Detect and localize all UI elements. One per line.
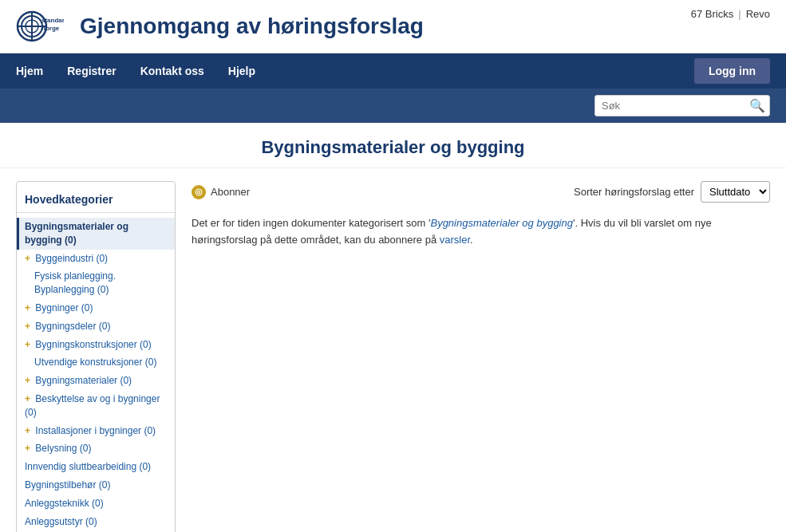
sidebar-link-utvendige[interactable]: Utvendige konstruksjoner (0) (34, 357, 156, 368)
sidebar-link-bygningskonstruksjoner[interactable]: Bygningskonstruksjoner (0) (35, 339, 151, 350)
header-separator: | (738, 8, 741, 20)
sidebar-link-bygningstilbehor[interactable]: Bygningstilbehør (0) (25, 479, 110, 491)
sidebar-item-beskyttelse[interactable]: + Beskyttelse av og i bygninger (0) (17, 390, 175, 422)
subscribe-button[interactable]: ◎ Abonner (192, 185, 250, 199)
logo-area: standard norge (16, 6, 64, 46)
sidebar-item-active[interactable]: Bygningsmaterialer og bygging (0) (17, 218, 175, 250)
sidebar-link-installasjoner[interactable]: Installasjoner i bygninger (0) (35, 425, 156, 436)
plus-icon: + (25, 253, 30, 264)
sort-label: Sorter høringsforslag etter (574, 186, 694, 198)
navbar: Hjem Registrer Kontakt oss Hjelp Logg in… (0, 53, 786, 89)
info-text-after: . (470, 234, 473, 246)
sidebar-item-innvendig[interactable]: Innvendig sluttbearbeiding (0) (17, 458, 175, 476)
nav-kontakt[interactable]: Kontakt oss (140, 55, 204, 87)
svg-text:standard: standard (41, 17, 64, 24)
search-input-wrap: 🔍 (594, 95, 770, 116)
sidebar-item-anleggsteknikk[interactable]: Anleggsteknikk (0) (17, 495, 175, 513)
search-input[interactable] (594, 95, 770, 116)
sidebar-item-installasjoner[interactable]: + Installasjoner i bygninger (0) (17, 422, 175, 440)
subscribe-icon: ◎ (192, 185, 206, 199)
nav-hjelp[interactable]: Hjelp (228, 55, 255, 87)
content-area: ◎ Abonner Sorter høringsforslag etter Sl… (192, 181, 770, 532)
page-title-bar: Bygningsmaterialer og bygging (0, 123, 786, 168)
plus-icon-bygningskonstruksjoner: + (25, 339, 30, 350)
subscribe-row: ◎ Abonner Sorter høringsforslag etter Sl… (192, 181, 770, 203)
header-top-right: 67 Bricks | Revo (691, 8, 770, 20)
sidebar-link-active[interactable]: Bygningsmaterialer og bygging (0) (25, 221, 128, 246)
sidebar-item-anleggsutstyr[interactable]: Anleggsutstyr (0) (17, 513, 175, 531)
sidebar-item-bygninger[interactable]: + Bygninger (0) (17, 299, 175, 317)
info-text-before: Det er for tiden ingen dokumenter katego… (192, 217, 430, 229)
site-title: Gjennomgang av høringsforslag (80, 14, 424, 39)
svg-text:norge: norge (41, 25, 60, 32)
sidebar-link-bygningsdeler[interactable]: Bygningsdeler (0) (35, 321, 110, 332)
sidebar: Hovedkategorier Bygningsmaterialer og by… (16, 181, 176, 532)
sidebar-link-bygninger[interactable]: Bygninger (0) (35, 302, 93, 313)
page-title: Bygningsmaterialer og bygging (0, 137, 786, 158)
varsler-link[interactable]: varsler (440, 234, 470, 246)
plus-icon-bygningsdeler: + (25, 321, 30, 332)
login-button[interactable]: Logg inn (694, 58, 770, 84)
sidebar-link-bygningsmaterialer[interactable]: Bygningsmaterialer (0) (35, 375, 132, 386)
sort-select[interactable]: Sluttdato Startdato Tittel (701, 181, 770, 203)
subscribe-label: Abonner (211, 186, 250, 198)
content-info-text: Det er for tiden ingen dokumenter katego… (192, 215, 734, 249)
plus-icon-installasjoner: + (25, 425, 30, 436)
sidebar-item-byggeindustri[interactable]: + Byggeindustri (0) (17, 250, 175, 268)
plus-icon-belysning: + (25, 443, 30, 454)
sidebar-link-anleggsteknikk[interactable]: Anleggsteknikk (0) (25, 498, 104, 509)
sidebar-link-anleggsutstyr[interactable]: Anleggsutstyr (0) (25, 516, 97, 527)
sidebar-item-bygningsdeler[interactable]: + Bygningsdeler (0) (17, 317, 175, 336)
nav-registrer[interactable]: Registrer (67, 55, 116, 87)
revo-link[interactable]: Revo (746, 8, 770, 20)
sidebar-item-bygningsmaterialer[interactable]: + Bygningsmaterialer (0) (17, 372, 175, 390)
sidebar-item-bygningstilbehor[interactable]: Bygningstilbehør (0) (17, 476, 175, 495)
sidebar-link-innvendig[interactable]: Innvendig sluttbearbeiding (0) (25, 461, 151, 472)
search-button[interactable]: 🔍 (749, 98, 765, 113)
header-top: standard norge Gjennomgang av høringsfor… (0, 0, 786, 53)
sidebar-link-fysisk[interactable]: Fysisk planlegging. Byplanlegging (0) (34, 270, 116, 295)
plus-icon-bygningsmaterialer: + (25, 375, 30, 386)
bricks-count: 67 Bricks (691, 8, 733, 20)
sidebar-item-bygningskonstruksjoner[interactable]: + Bygningskonstruksjoner (0) (17, 336, 175, 354)
sidebar-item-fysisk[interactable]: Fysisk planlegging. Byplanlegging (0) (17, 267, 175, 299)
main-content: Hovedkategorier Bygningsmaterialer og by… (0, 168, 786, 532)
nav-hjem[interactable]: Hjem (16, 55, 43, 87)
search-bar: 🔍 (0, 89, 786, 123)
nav-links: Hjem Registrer Kontakt oss Hjelp (16, 55, 255, 87)
sidebar-link-byggeindustri[interactable]: Byggeindustri (0) (35, 253, 108, 264)
sidebar-link-belysning[interactable]: Belysning (0) (35, 443, 91, 454)
plus-icon-beskyttelse: + (25, 393, 30, 404)
plus-icon-bygninger: + (25, 302, 30, 313)
sidebar-link-beskyttelse[interactable]: Beskyttelse av og i bygninger (0) (25, 393, 160, 418)
sidebar-item-belysning[interactable]: + Belysning (0) (17, 439, 175, 458)
logo-icon: standard norge (16, 6, 64, 46)
info-text-italic: Bygningsmaterialer og bygging (430, 217, 573, 229)
sidebar-title: Hovedkategorier (17, 190, 175, 213)
sidebar-item-utvendige[interactable]: Utvendige konstruksjoner (0) (17, 353, 175, 372)
sort-row: Sorter høringsforslag etter Sluttdato St… (574, 181, 770, 203)
